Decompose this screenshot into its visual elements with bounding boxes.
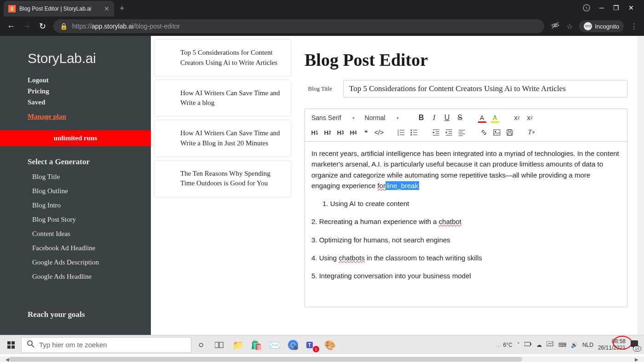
save-button[interactable]	[504, 126, 516, 138]
svg-rect-33	[7, 345, 11, 349]
back-button[interactable]: ←	[6, 22, 16, 31]
horizontal-scrollbar[interactable]: ◀ ▶	[0, 356, 644, 362]
lock-icon: 🔒	[60, 23, 68, 30]
image-button[interactable]	[491, 126, 503, 138]
minimize-icon[interactable]: ─	[599, 4, 604, 13]
svg-rect-38	[219, 342, 223, 348]
close-window-icon[interactable]: ✕	[628, 4, 634, 13]
volume-icon[interactable]: 🔊	[571, 342, 578, 348]
generator-item[interactable]: Content Ideas	[32, 230, 151, 238]
svg-text:1: 1	[397, 129, 399, 132]
posts-column[interactable]: Top 5 Considerations for Content Creator…	[151, 36, 294, 335]
align-button[interactable]	[456, 126, 468, 138]
url-input[interactable]: 🔒 https://app.storylab.ai/blog-post-edit…	[53, 19, 544, 33]
h2-button[interactable]: H2	[322, 126, 334, 138]
tab-title: Blog Post Editor | StoryLab.ai	[19, 6, 92, 12]
italic-button[interactable]: I	[428, 112, 440, 124]
scroll-left-icon[interactable]: ◀	[6, 357, 9, 362]
code-button[interactable]: </>	[373, 126, 385, 138]
onedrive-icon[interactable]: ☁	[536, 342, 542, 348]
quote-button[interactable]: ❝	[360, 126, 372, 138]
body-text-for: for	[377, 182, 385, 190]
chrome-icon[interactable]	[284, 337, 302, 353]
editor-toolbar: Sans Serif Normal B I U S A A x2 x2 H1 H…	[305, 109, 627, 142]
battery-icon[interactable]	[524, 341, 532, 348]
generator-item[interactable]: Blog Title	[32, 173, 151, 181]
teams-icon[interactable]: T 1	[303, 337, 320, 353]
underline-button[interactable]: U	[441, 112, 453, 124]
outdent-button[interactable]	[430, 126, 442, 138]
font-family-select[interactable]: Sans Serif	[309, 112, 357, 123]
reload-button[interactable]: ↻	[38, 21, 47, 31]
generator-item[interactable]: Blog Post Story	[32, 216, 151, 224]
logo: StoryLab.ai	[0, 47, 151, 76]
svg-rect-27	[494, 130, 500, 135]
eye-off-icon[interactable]	[551, 21, 560, 32]
scroll-thumb[interactable]	[9, 357, 522, 362]
cortana-icon[interactable]: ○	[192, 337, 210, 353]
chevron-up-icon[interactable]: ˄	[517, 342, 520, 348]
text-color-button[interactable]: A	[476, 112, 488, 124]
editor-scrollbar[interactable]	[638, 36, 644, 335]
maximize-icon[interactable]: ❐	[613, 4, 619, 13]
list-item-3: 3. Optimizing for humans, not search eng…	[311, 235, 621, 245]
file-explorer-icon[interactable]: 📁	[229, 337, 247, 353]
sidebar-link-pricing[interactable]: Pricing	[28, 87, 151, 95]
h4-button[interactable]: H4	[347, 126, 359, 138]
h3-button[interactable]: H3	[334, 126, 346, 138]
scroll-right-icon[interactable]: ▶	[635, 357, 638, 362]
editor-panel: Blog Post Editor Blog Title Sans Serif N…	[294, 36, 638, 335]
bold-button[interactable]: B	[415, 112, 427, 124]
url-path: /blog-post-editor	[133, 23, 180, 30]
sidebar-link-logout[interactable]: Logout	[28, 76, 151, 84]
shield-icon[interactable]	[583, 4, 590, 13]
close-tab-icon[interactable]: ✕	[104, 5, 109, 12]
clock[interactable]: 08:58 26/11/2021	[598, 339, 626, 351]
ordered-list-button[interactable]: 123	[395, 126, 407, 138]
editor-content[interactable]: In recent years, artificial intelligence…	[305, 142, 627, 307]
post-item[interactable]: How AI Writers Can Save Time and Write a…	[154, 120, 291, 157]
star-icon[interactable]: ☆	[566, 22, 573, 31]
generator-item[interactable]: Blog Outline	[32, 187, 151, 195]
svg-line-36	[32, 345, 34, 347]
mail-icon[interactable]: ✉️	[266, 337, 283, 353]
task-view-icon[interactable]	[211, 337, 228, 353]
paint-icon[interactable]: 🎨	[321, 337, 339, 353]
post-item[interactable]: How AI Writers Can Save Time and Write a…	[154, 80, 291, 117]
bullet-list-button[interactable]	[408, 126, 420, 138]
indent-button[interactable]	[443, 126, 455, 138]
generator-item[interactable]: Google Ads Description	[32, 259, 151, 266]
clear-format-button[interactable]: T✕	[526, 126, 538, 138]
forward-button[interactable]: →	[22, 22, 31, 31]
sidebar-link-saved[interactable]: Saved	[28, 98, 151, 106]
subscript-button[interactable]: x2	[524, 112, 536, 124]
post-item[interactable]: The Ten Reasons Why Spending Time Outdoo…	[154, 160, 291, 198]
browser-tab[interactable]: S Blog Post Editor | StoryLab.ai ✕	[4, 1, 114, 17]
weather-widget[interactable]: ☁️ 6°C	[494, 342, 512, 348]
selected-text: line_break	[385, 181, 419, 190]
highlight-button[interactable]: A	[489, 112, 501, 124]
svg-point-11	[411, 132, 412, 133]
post-item[interactable]: Top 5 Considerations for Content Creator…	[154, 39, 291, 77]
notification-icon[interactable]: 18	[630, 340, 638, 350]
keyboard-icon[interactable]: ⌨	[558, 342, 566, 348]
svg-point-39	[288, 340, 298, 350]
strike-button[interactable]: S	[454, 112, 466, 124]
generator-item[interactable]: Blog Intro	[32, 201, 151, 209]
generator-item[interactable]: Facebook Ad Headline	[32, 244, 151, 252]
sync-icon[interactable]	[546, 341, 554, 348]
link-button[interactable]	[478, 126, 490, 138]
superscript-button[interactable]: x2	[511, 112, 523, 124]
menu-icon[interactable]: ⋮	[630, 22, 638, 31]
sidebar-link-manage-plan[interactable]: Manage plan	[28, 113, 151, 121]
weather-icon: ☁️	[494, 342, 501, 348]
language-indicator[interactable]: NLD	[582, 342, 593, 348]
start-button[interactable]	[2, 337, 20, 353]
os-search-input[interactable]: Typ hier om te zoeken	[21, 337, 191, 353]
title-input[interactable]	[343, 80, 627, 98]
h1-button[interactable]: H1	[309, 126, 321, 138]
new-tab-button[interactable]: +	[120, 4, 125, 13]
microsoft-store-icon[interactable]: 🛍️	[247, 337, 265, 353]
font-size-select[interactable]: Normal	[362, 112, 402, 123]
generator-item[interactable]: Google Ads Headline	[32, 273, 151, 281]
